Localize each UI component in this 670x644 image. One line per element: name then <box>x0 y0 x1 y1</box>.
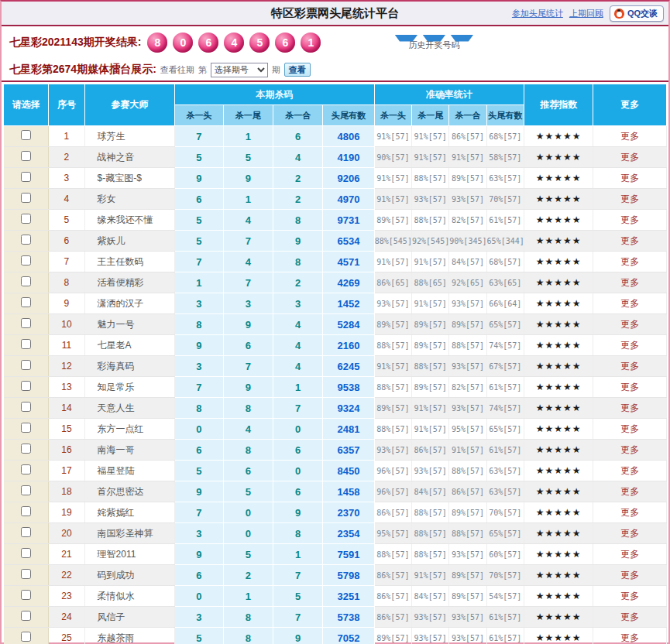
master-name[interactable]: 彩女 <box>84 189 175 210</box>
master-name[interactable]: 姹紫嫣红 <box>84 502 175 523</box>
master-name[interactable]: 球芳生 <box>84 126 175 147</box>
master-name[interactable]: 南国彩圣神算 <box>84 523 175 544</box>
row-select-checkbox[interactable] <box>21 590 31 600</box>
star-rating: ★★★★★ <box>524 272 593 293</box>
master-name[interactable]: 风信子 <box>84 607 175 628</box>
more-link[interactable]: 更多 <box>593 335 667 356</box>
row-select-checkbox[interactable] <box>21 485 31 495</box>
join-stats-link[interactable]: 参加头尾统计 <box>512 8 563 19</box>
row-select-checkbox[interactable] <box>21 611 31 621</box>
table-row: 13知足常乐791953888%[57]89%[57]82%[57]61%[57… <box>4 377 667 398</box>
row-select-checkbox[interactable] <box>21 402 31 412</box>
row-select-checkbox[interactable] <box>21 423 31 433</box>
master-name[interactable]: 码到成功 <box>84 565 175 586</box>
row-select-checkbox[interactable] <box>21 360 31 370</box>
master-name[interactable]: 南海一哥 <box>84 440 175 461</box>
more-link[interactable]: 更多 <box>593 293 667 314</box>
more-link[interactable]: 更多 <box>593 314 667 335</box>
row-select-checkbox[interactable] <box>21 464 31 474</box>
more-link[interactable]: 更多 <box>593 461 667 481</box>
more-link[interactable]: 更多 <box>593 356 667 377</box>
master-name[interactable]: 福星登陆 <box>84 461 175 481</box>
row-select-checkbox[interactable] <box>21 506 31 516</box>
more-link[interactable]: 更多 <box>593 481 667 502</box>
more-link[interactable]: 更多 <box>593 440 667 461</box>
master-name[interactable]: $-藏宝图-$ <box>84 168 175 189</box>
row-select-checkbox[interactable] <box>21 339 31 349</box>
row-select-checkbox[interactable] <box>21 527 31 537</box>
more-link[interactable]: 更多 <box>593 565 667 586</box>
accuracy-value: 91%[57] <box>412 293 449 314</box>
more-link[interactable]: 更多 <box>593 586 667 607</box>
master-name[interactable]: 七星老A <box>84 335 175 356</box>
kill-number: 3 <box>273 293 323 314</box>
more-link[interactable]: 更多 <box>593 544 667 565</box>
headtail-number: 4269 <box>323 272 374 293</box>
kill-number: 4 <box>223 252 273 272</box>
row-select-checkbox[interactable] <box>21 318 31 328</box>
last-period-link[interactable]: 上期回顾 <box>569 8 603 19</box>
master-name[interactable]: 缘来我还不懂 <box>84 210 175 231</box>
more-link[interactable]: 更多 <box>593 272 667 293</box>
kill-number: 0 <box>175 586 223 607</box>
period-select[interactable]: 选择期号 <box>211 63 268 77</box>
more-link[interactable]: 更多 <box>593 168 667 189</box>
more-link[interactable]: 更多 <box>593 398 667 419</box>
master-name[interactable]: 天意人生 <box>84 398 175 419</box>
kill-number: 9 <box>175 481 223 502</box>
more-link[interactable]: 更多 <box>593 210 667 231</box>
kill-number: 1 <box>223 126 273 147</box>
master-name[interactable]: 紫妖儿 <box>84 231 175 252</box>
row-select-checkbox[interactable] <box>21 214 31 224</box>
accuracy-value: 89%[57] <box>412 377 449 398</box>
kill-number: 8 <box>223 398 273 419</box>
master-name[interactable]: 潇洒的汉子 <box>84 293 175 314</box>
master-name[interactable]: 彩海真码 <box>84 356 175 377</box>
more-link[interactable]: 更多 <box>593 126 667 147</box>
more-link[interactable]: 更多 <box>593 231 667 252</box>
master-name[interactable]: 柔情似水 <box>84 586 175 607</box>
kill-number: 4 <box>223 419 273 440</box>
qq-chat-button[interactable]: QQ交谈 <box>610 5 664 22</box>
star-rating: ★★★★★ <box>524 523 593 544</box>
more-link[interactable]: 更多 <box>593 628 667 644</box>
more-link[interactable]: 更多 <box>593 523 667 544</box>
row-select-checkbox[interactable] <box>21 193 31 203</box>
row-select-checkbox[interactable] <box>21 276 31 286</box>
accuracy-value: 89%[57] <box>449 586 486 607</box>
table-row: 5缘来我还不懂548973189%[57]88%[57]82%[57]61%[5… <box>4 210 667 231</box>
row-select-checkbox[interactable] <box>21 235 31 245</box>
more-link[interactable]: 更多 <box>593 502 667 523</box>
kill-number: 7 <box>223 356 273 377</box>
row-select-checkbox[interactable] <box>21 172 31 182</box>
result-ball: 1 <box>301 33 321 53</box>
kill-number: 6 <box>175 440 223 461</box>
more-link[interactable]: 更多 <box>593 377 667 398</box>
master-name[interactable]: 战神之音 <box>84 147 175 168</box>
master-name[interactable]: 东方一点红 <box>84 419 175 440</box>
master-name[interactable]: 活着便精彩 <box>84 272 175 293</box>
master-name[interactable]: 王主任数码 <box>84 252 175 272</box>
more-link[interactable]: 更多 <box>593 607 667 628</box>
master-name[interactable]: 首尔思密达 <box>84 481 175 502</box>
row-select-checkbox[interactable] <box>21 381 31 391</box>
view-button[interactable]: 查看 <box>284 63 311 77</box>
more-link[interactable]: 更多 <box>593 147 667 168</box>
master-name[interactable]: 理智2011 <box>84 544 175 565</box>
row-select-checkbox[interactable] <box>21 444 31 454</box>
history-numbers-link[interactable]: 历史开奖号码 <box>394 35 473 51</box>
more-link[interactable]: 更多 <box>593 189 667 210</box>
row-select-checkbox[interactable] <box>21 130 31 140</box>
row-select-checkbox[interactable] <box>21 569 31 579</box>
master-name[interactable]: 魅力一号 <box>84 314 175 335</box>
more-link[interactable]: 更多 <box>593 252 667 272</box>
row-select-checkbox[interactable] <box>21 151 31 161</box>
master-name[interactable]: 东越茶雨 <box>84 628 175 644</box>
row-select-checkbox[interactable] <box>21 548 31 558</box>
row-select-checkbox[interactable] <box>21 632 31 642</box>
more-link[interactable]: 更多 <box>593 419 667 440</box>
row-select-checkbox[interactable] <box>21 255 31 265</box>
row-number: 11 <box>49 335 84 356</box>
master-name[interactable]: 知足常乐 <box>84 377 175 398</box>
row-select-checkbox[interactable] <box>21 297 31 307</box>
